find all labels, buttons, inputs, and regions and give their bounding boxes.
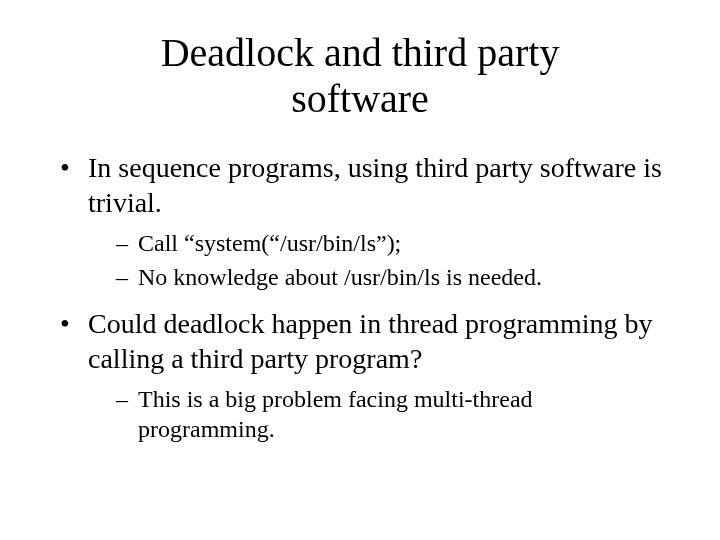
- sub-bullet-list: Call “system(“/usr/bin/ls”); No knowledg…: [88, 228, 670, 292]
- sub-bullet-text: Call “system(“/usr/bin/ls”);: [138, 230, 401, 256]
- sub-bullet-item: Call “system(“/usr/bin/ls”);: [116, 228, 670, 258]
- bullet-item: Could deadlock happen in thread programm…: [60, 306, 670, 444]
- bullet-item: In sequence programs, using third party …: [60, 150, 670, 292]
- bullet-text: In sequence programs, using third party …: [88, 152, 662, 218]
- bullet-text: Could deadlock happen in thread programm…: [88, 308, 653, 374]
- bullet-list: In sequence programs, using third party …: [40, 150, 680, 444]
- sub-bullet-text: No knowledge about /usr/bin/ls is needed…: [138, 264, 542, 290]
- slide-title: Deadlock and third party software: [100, 30, 620, 122]
- sub-bullet-text: This is a big problem facing multi-threa…: [138, 386, 533, 442]
- sub-bullet-item: No knowledge about /usr/bin/ls is needed…: [116, 262, 670, 292]
- sub-bullet-item: This is a big problem facing multi-threa…: [116, 384, 670, 444]
- slide: Deadlock and third party software In seq…: [0, 0, 720, 540]
- sub-bullet-list: This is a big problem facing multi-threa…: [88, 384, 670, 444]
